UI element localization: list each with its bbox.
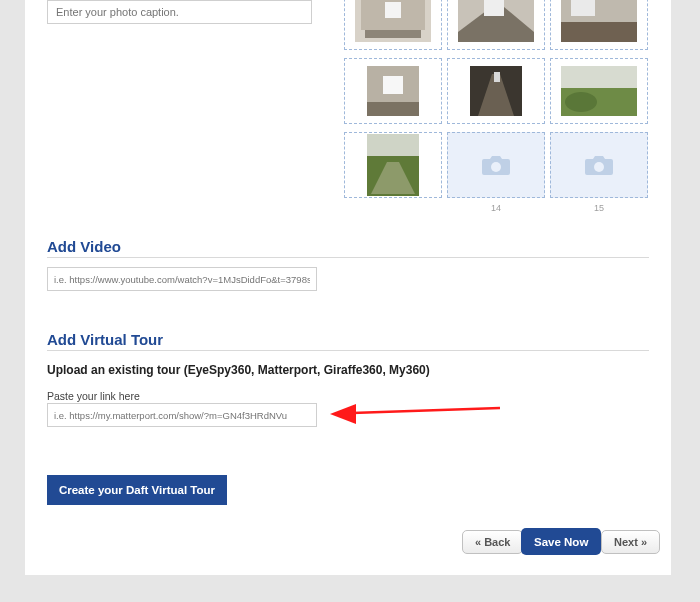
back-button[interactable]: « Back [462,530,523,554]
annotation-arrow-icon [330,395,500,427]
camera-icon [481,153,511,177]
svg-line-23 [352,408,500,413]
svg-rect-15 [494,72,500,82]
photo-thumb[interactable] [344,58,442,124]
svg-marker-24 [330,404,356,424]
room-photo-icon [355,0,431,42]
placeholder-number: 15 [551,203,647,213]
photo-placeholder[interactable]: 15 [550,132,648,198]
video-url-input[interactable] [47,267,317,291]
photo-thumb[interactable] [550,0,648,50]
svg-rect-3 [365,30,421,38]
photo-thumb[interactable] [550,58,648,124]
virtual-tour-url-input[interactable] [47,403,317,427]
photo-thumb[interactable] [447,0,545,50]
svg-point-22 [594,162,604,172]
svg-rect-19 [367,134,419,156]
add-video-heading: Add Video [47,238,121,255]
photo-thumb[interactable] [447,58,545,124]
svg-point-21 [491,162,501,172]
svg-rect-12 [367,102,419,116]
divider [47,257,649,258]
camera-icon [584,153,614,177]
add-virtual-tour-heading: Add Virtual Tour [47,331,163,348]
room-photo-icon [458,0,534,42]
svg-rect-11 [383,76,403,94]
svg-rect-16 [561,66,637,88]
next-button[interactable]: Next » [601,530,660,554]
page-root: 14 15 Add Video Add Virtual Tour Upload … [0,0,700,602]
create-virtual-tour-button[interactable]: Create your Daft Virtual Tour [47,475,227,505]
svg-rect-9 [571,0,595,16]
outdoor-photo-icon [367,134,419,196]
save-now-button[interactable]: Save Now [521,528,601,555]
svg-rect-2 [385,2,401,18]
svg-rect-6 [484,0,504,16]
photo-grid: 14 15 [344,0,649,198]
placeholder-number: 14 [448,203,544,213]
main-panel: 14 15 Add Video Add Virtual Tour Upload … [25,0,671,575]
photo-caption-input[interactable] [47,0,312,24]
room-photo-icon [561,0,637,42]
room-photo-icon [367,66,419,116]
photo-thumb[interactable] [344,0,442,50]
svg-point-18 [565,92,597,112]
paste-link-label: Paste your link here [47,390,140,402]
photo-thumb[interactable] [344,132,442,198]
virtual-tour-subheading: Upload an existing tour (EyeSpy360, Matt… [47,363,430,377]
photo-placeholder[interactable]: 14 [447,132,545,198]
outdoor-photo-icon [561,66,637,116]
divider [47,350,649,351]
hallway-photo-icon [470,66,522,116]
svg-rect-8 [561,22,637,42]
